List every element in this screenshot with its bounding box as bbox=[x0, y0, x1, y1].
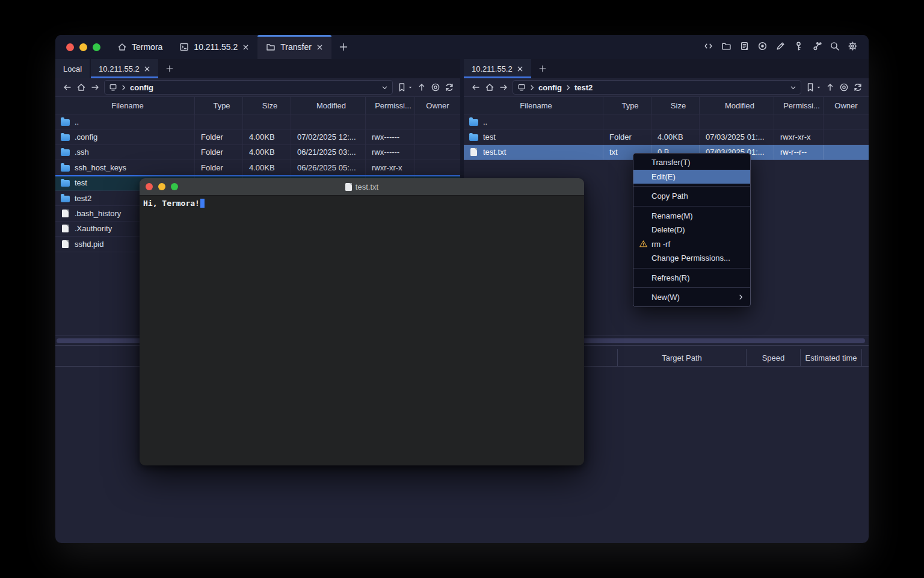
close-window-button[interactable] bbox=[66, 43, 74, 51]
home-icon[interactable] bbox=[485, 82, 494, 92]
upload-icon[interactable] bbox=[825, 82, 835, 92]
menu-item-refresh[interactable]: Refresh(R) bbox=[633, 271, 750, 285]
search-icon[interactable] bbox=[830, 41, 840, 54]
tab-label: 10.211.55.2 bbox=[99, 64, 140, 73]
tab-transfer[interactable]: Transfer bbox=[257, 35, 331, 59]
menu-item-change-permissions[interactable]: Change Permissions... bbox=[633, 251, 750, 266]
bookmark-button[interactable] bbox=[397, 82, 413, 92]
menu-item-edit[interactable]: Edit(E) bbox=[633, 170, 750, 184]
column-header-type[interactable]: Type bbox=[603, 97, 651, 114]
column-header-target-path[interactable]: Target Path bbox=[617, 349, 746, 366]
close-icon[interactable] bbox=[242, 44, 249, 51]
path-input[interactable]: config test2 bbox=[513, 80, 801, 95]
show-hidden-icon[interactable] bbox=[839, 82, 849, 92]
menu-item-new[interactable]: New(W) bbox=[633, 290, 750, 305]
path-segment[interactable]: config bbox=[538, 83, 562, 92]
close-icon[interactable] bbox=[316, 44, 323, 51]
terminal-icon bbox=[179, 42, 189, 52]
column-header-estimated-time[interactable]: Estimated time bbox=[800, 349, 861, 366]
file-row[interactable]: .config Folder 4.00KB 07/02/2025 12:... … bbox=[55, 129, 460, 144]
code-snippets-icon[interactable] bbox=[703, 41, 713, 54]
show-hidden-icon[interactable] bbox=[431, 82, 440, 92]
close-window-button[interactable] bbox=[146, 183, 153, 190]
add-panel-tab-button[interactable] bbox=[158, 59, 181, 78]
column-header-filename[interactable]: Filename bbox=[464, 97, 603, 114]
file-row[interactable]: .ssh Folder 4.00KB 06/21/2025 03:... rwx… bbox=[55, 145, 460, 160]
right-table-header: Filename Type Size Modified Permissi... … bbox=[464, 96, 869, 114]
menu-item-transfer[interactable]: Transfer(T) bbox=[633, 155, 750, 170]
keychain-icon[interactable] bbox=[812, 41, 822, 54]
left-panel-tabs: Local 10.211.55.2 bbox=[55, 59, 460, 78]
file-row[interactable]: ssh_host_keys Folder 4.00KB 06/26/2025 0… bbox=[55, 160, 460, 175]
column-header-modified[interactable]: Modified bbox=[700, 97, 774, 114]
menu-separator bbox=[633, 206, 750, 207]
menu-item-copy-path[interactable]: Copy Path bbox=[633, 189, 750, 204]
column-header-size[interactable]: Size bbox=[651, 97, 700, 114]
folder-icon bbox=[61, 165, 70, 172]
column-header-speed[interactable]: Speed bbox=[746, 349, 800, 366]
close-icon[interactable] bbox=[144, 66, 150, 72]
path-input[interactable]: config bbox=[104, 80, 393, 95]
editor-titlebar[interactable]: test.txt bbox=[140, 178, 584, 196]
edit-pencil-icon[interactable] bbox=[775, 41, 786, 54]
editor-title: test.txt bbox=[140, 182, 584, 191]
tab-label: 10.211.55.2 bbox=[194, 42, 238, 52]
minimize-window-button[interactable] bbox=[79, 43, 87, 51]
folder-icon bbox=[61, 196, 70, 202]
path-separator bbox=[529, 84, 535, 91]
tab-host-session[interactable]: 10.211.55.2 bbox=[171, 35, 257, 59]
zoom-window-button[interactable] bbox=[171, 183, 178, 190]
forward-icon[interactable] bbox=[499, 82, 508, 92]
folder-icon bbox=[61, 119, 70, 126]
editor-text: Hi, Termora! bbox=[143, 199, 200, 208]
screen: Termora 10.211.55.2 Transfer bbox=[0, 0, 924, 578]
back-icon[interactable] bbox=[63, 82, 72, 92]
file-row[interactable]: .. bbox=[464, 114, 869, 129]
menu-item-rename[interactable]: Rename(M) bbox=[633, 209, 750, 223]
add-panel-tab-button[interactable] bbox=[531, 59, 554, 78]
column-header-permissions[interactable]: Permissi... bbox=[366, 97, 415, 114]
warning-icon bbox=[639, 240, 648, 249]
upload-icon[interactable] bbox=[417, 82, 427, 92]
settings-gear-icon[interactable] bbox=[848, 41, 858, 54]
editor-content[interactable]: Hi, Termora! bbox=[140, 196, 584, 211]
column-header-owner[interactable]: Owner bbox=[824, 97, 869, 114]
path-segment[interactable]: config bbox=[130, 83, 153, 92]
menu-item-rm-rf[interactable]: rm -rf bbox=[633, 237, 750, 252]
column-header-type[interactable]: Type bbox=[195, 97, 243, 114]
minimize-window-button[interactable] bbox=[158, 183, 165, 190]
forward-icon[interactable] bbox=[90, 82, 100, 92]
submenu-chevron-icon bbox=[738, 294, 744, 300]
refresh-icon[interactable] bbox=[853, 82, 863, 92]
log-icon[interactable] bbox=[739, 41, 750, 54]
column-divider bbox=[861, 349, 862, 366]
folder-icon[interactable] bbox=[721, 41, 732, 54]
column-header-permissions[interactable]: Permissi... bbox=[774, 97, 824, 114]
tab-local[interactable]: Local bbox=[55, 59, 90, 78]
tab-termora[interactable]: Termora bbox=[109, 35, 171, 59]
column-header-filename[interactable]: Filename bbox=[55, 97, 195, 114]
tab-remote-session[interactable]: 10.211.55.2 bbox=[91, 59, 158, 78]
menu-separator bbox=[633, 287, 750, 288]
key-icon[interactable] bbox=[793, 41, 804, 54]
menu-item-delete[interactable]: Delete(D) bbox=[633, 223, 750, 237]
record-macro-icon[interactable] bbox=[757, 41, 768, 54]
file-row[interactable]: test Folder 4.00KB 07/03/2025 01:... rwx… bbox=[464, 129, 869, 144]
tab-remote-session[interactable]: 10.211.55.2 bbox=[464, 59, 531, 78]
close-icon[interactable] bbox=[517, 66, 523, 72]
column-header-size[interactable]: Size bbox=[243, 97, 291, 114]
refresh-icon[interactable] bbox=[445, 82, 454, 92]
zoom-window-button[interactable] bbox=[93, 43, 100, 51]
tab-label: Local bbox=[63, 64, 82, 73]
window-titlebar: Termora 10.211.55.2 Transfer bbox=[55, 35, 869, 59]
home-icon[interactable] bbox=[76, 82, 86, 92]
chevron-down-icon[interactable] bbox=[381, 84, 388, 91]
file-row[interactable]: .. bbox=[55, 114, 460, 129]
column-header-owner[interactable]: Owner bbox=[415, 97, 460, 114]
new-tab-button[interactable] bbox=[331, 35, 356, 59]
path-segment[interactable]: test2 bbox=[574, 83, 593, 92]
column-header-modified[interactable]: Modified bbox=[291, 97, 366, 114]
chevron-down-icon[interactable] bbox=[790, 84, 796, 91]
back-icon[interactable] bbox=[471, 82, 481, 92]
bookmark-button[interactable] bbox=[805, 82, 821, 92]
